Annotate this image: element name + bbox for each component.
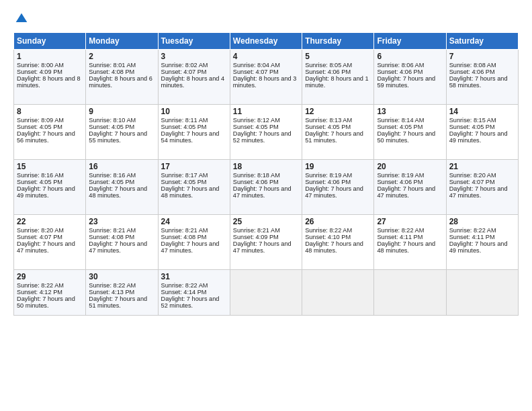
daylight-label: Daylight: 8 hours and 1 minute. [305, 75, 369, 89]
day-number: 5 [305, 52, 371, 61]
day-number: 17 [161, 162, 227, 171]
daylight-label: Daylight: 7 hours and 49 minutes. [449, 130, 508, 144]
sunrise-label: Sunrise: 8:17 AM [161, 172, 208, 179]
calendar-cell: 25 Sunrise: 8:21 AM Sunset: 4:09 PM Dayl… [230, 215, 302, 270]
daylight-label: Daylight: 7 hours and 48 minutes. [305, 240, 363, 254]
sunset-label: Sunset: 4:08 PM [89, 68, 134, 75]
calendar-cell: 1 Sunrise: 8:00 AM Sunset: 4:09 PM Dayli… [14, 50, 86, 105]
day-number: 21 [449, 162, 515, 171]
sunset-label: Sunset: 4:12 PM [17, 289, 62, 295]
sunrise-label: Sunrise: 8:22 AM [449, 227, 496, 234]
sunrise-label: Sunrise: 8:16 AM [17, 172, 64, 179]
daylight-label: Daylight: 7 hours and 47 minutes. [89, 240, 147, 254]
calendar-cell: 10 Sunrise: 8:11 AM Sunset: 4:05 PM Dayl… [158, 105, 230, 160]
daylight-label: Daylight: 7 hours and 48 minutes. [161, 185, 220, 199]
sunset-label: Sunset: 4:09 PM [17, 68, 62, 75]
calendar-cell: 29 Sunrise: 8:22 AM Sunset: 4:12 PM Dayl… [14, 270, 86, 316]
sunset-label: Sunset: 4:05 PM [17, 124, 62, 130]
sunset-label: Sunset: 4:07 PM [449, 179, 495, 185]
calendar-cell: 19 Sunrise: 8:19 AM Sunset: 4:06 PM Dayl… [302, 160, 374, 215]
page: SundayMondayTuesdayWednesdayThursdayFrid… [0, 0, 532, 411]
sunset-label: Sunset: 4:05 PM [233, 124, 279, 130]
day-number: 20 [377, 162, 443, 171]
day-number: 27 [377, 217, 443, 226]
day-number: 7 [449, 52, 515, 61]
daylight-label: Daylight: 7 hours and 55 minutes. [89, 130, 147, 144]
sunrise-label: Sunrise: 8:00 AM [17, 62, 64, 68]
day-header-friday: Friday [374, 33, 446, 50]
daylight-label: Daylight: 8 hours and 4 minutes. [161, 75, 225, 89]
daylight-label: Daylight: 7 hours and 56 minutes. [17, 130, 75, 144]
calendar-cell [446, 270, 518, 316]
sunrise-label: Sunrise: 8:15 AM [449, 117, 496, 124]
sunrise-label: Sunrise: 8:13 AM [305, 117, 352, 124]
sunrise-label: Sunrise: 8:19 AM [305, 172, 352, 179]
day-header-monday: Monday [86, 33, 158, 50]
daylight-label: Daylight: 7 hours and 52 minutes. [233, 130, 292, 144]
day-number: 25 [233, 217, 299, 226]
day-number: 3 [161, 52, 227, 61]
day-number: 26 [305, 217, 371, 226]
sunset-label: Sunset: 4:08 PM [161, 234, 207, 240]
daylight-label: Daylight: 7 hours and 50 minutes. [377, 130, 435, 144]
day-header-saturday: Saturday [446, 33, 518, 50]
sunset-label: Sunset: 4:06 PM [377, 68, 423, 75]
day-number: 15 [17, 162, 83, 171]
sunset-label: Sunset: 4:06 PM [233, 179, 279, 185]
calendar-cell [302, 270, 374, 316]
day-number: 4 [233, 52, 299, 61]
daylight-label: Daylight: 8 hours and 3 minutes. [233, 75, 297, 89]
calendar-cell: 9 Sunrise: 8:10 AM Sunset: 4:05 PM Dayli… [86, 105, 158, 160]
calendar-cell: 22 Sunrise: 8:20 AM Sunset: 4:07 PM Dayl… [14, 215, 86, 270]
sunrise-label: Sunrise: 8:22 AM [17, 282, 64, 289]
logo-icon [15, 12, 28, 26]
calendar-cell: 8 Sunrise: 8:09 AM Sunset: 4:05 PM Dayli… [14, 105, 86, 160]
day-number: 12 [305, 107, 371, 116]
day-number: 31 [161, 272, 227, 281]
calendar-cell: 30 Sunrise: 8:22 AM Sunset: 4:13 PM Dayl… [86, 270, 158, 316]
sunrise-label: Sunrise: 8:22 AM [305, 227, 352, 234]
sunrise-label: Sunrise: 8:14 AM [377, 117, 424, 124]
day-number: 29 [17, 272, 83, 281]
sunset-label: Sunset: 4:05 PM [161, 124, 207, 130]
sunrise-label: Sunrise: 8:11 AM [161, 117, 208, 124]
sunrise-label: Sunrise: 8:10 AM [89, 117, 136, 124]
day-number: 8 [17, 107, 83, 116]
calendar-cell: 16 Sunrise: 8:16 AM Sunset: 4:05 PM Dayl… [86, 160, 158, 215]
day-number: 11 [233, 107, 299, 116]
sunrise-label: Sunrise: 8:22 AM [161, 282, 208, 289]
sunrise-label: Sunrise: 8:12 AM [233, 117, 280, 124]
calendar-cell: 15 Sunrise: 8:16 AM Sunset: 4:05 PM Dayl… [14, 160, 86, 215]
sunset-label: Sunset: 4:05 PM [449, 124, 495, 130]
sunset-label: Sunset: 4:08 PM [89, 234, 134, 240]
daylight-label: Daylight: 7 hours and 58 minutes. [449, 75, 508, 89]
calendar-cell [230, 270, 302, 316]
daylight-label: Daylight: 7 hours and 47 minutes. [161, 240, 220, 254]
daylight-label: Daylight: 8 hours and 6 minutes. [89, 75, 152, 89]
day-header-wednesday: Wednesday [230, 33, 302, 50]
daylight-label: Daylight: 7 hours and 48 minutes. [377, 240, 435, 254]
daylight-label: Daylight: 7 hours and 51 minutes. [89, 295, 147, 309]
calendar-cell: 3 Sunrise: 8:02 AM Sunset: 4:07 PM Dayli… [158, 50, 230, 105]
sunset-label: Sunset: 4:05 PM [89, 179, 134, 185]
logo [13, 12, 28, 26]
day-number: 30 [89, 272, 154, 281]
sunset-label: Sunset: 4:13 PM [89, 289, 134, 295]
day-number: 1 [17, 52, 83, 61]
sunset-label: Sunset: 4:05 PM [161, 179, 207, 185]
sunrise-label: Sunrise: 8:18 AM [233, 172, 280, 179]
sunrise-label: Sunrise: 8:20 AM [449, 172, 496, 179]
calendar-cell: 20 Sunrise: 8:19 AM Sunset: 4:06 PM Dayl… [374, 160, 446, 215]
day-number: 24 [161, 217, 227, 226]
day-number: 16 [89, 162, 154, 171]
sunset-label: Sunset: 4:10 PM [305, 234, 351, 240]
sunrise-label: Sunrise: 8:20 AM [17, 227, 64, 234]
sunset-label: Sunset: 4:07 PM [161, 68, 207, 75]
daylight-label: Daylight: 7 hours and 52 minutes. [161, 295, 220, 309]
calendar-cell: 17 Sunrise: 8:17 AM Sunset: 4:05 PM Dayl… [158, 160, 230, 215]
sunrise-label: Sunrise: 8:02 AM [161, 62, 208, 68]
daylight-label: Daylight: 7 hours and 47 minutes. [377, 185, 435, 199]
daylight-label: Daylight: 7 hours and 47 minutes. [305, 185, 363, 199]
calendar-cell [374, 270, 446, 316]
calendar-header-row: SundayMondayTuesdayWednesdayThursdayFrid… [14, 33, 519, 50]
